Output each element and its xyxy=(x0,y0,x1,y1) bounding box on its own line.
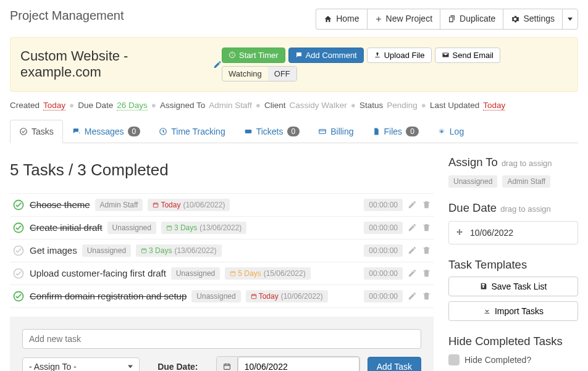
side-due-date[interactable]: 10/06/2022 xyxy=(448,221,578,244)
task-name: Create initial draft xyxy=(30,222,103,233)
messages-badge: 0 xyxy=(128,127,141,136)
updated-value: Today xyxy=(483,101,505,110)
task-due-pill: 3 Days (13/06/2022) xyxy=(161,222,246,234)
trash-icon[interactable] xyxy=(422,223,431,232)
svg-rect-9 xyxy=(167,226,172,230)
copy-icon xyxy=(448,15,456,23)
edit-icon[interactable] xyxy=(408,223,417,232)
assigned-value: Admin Staff xyxy=(209,101,252,110)
upload-icon xyxy=(374,51,381,59)
task-assignee-pill: Unassigned xyxy=(191,290,240,302)
task-timer: 00:00:00 xyxy=(364,290,403,302)
task-name: Choose theme xyxy=(30,199,90,210)
client-value: Cassidy Walker xyxy=(289,101,346,110)
files-badge: 0 xyxy=(406,127,419,136)
import-icon xyxy=(483,307,491,315)
clock-icon xyxy=(229,51,236,59)
send-email-button[interactable]: Send Email xyxy=(435,48,500,63)
watching-toggle[interactable]: Watching OFF xyxy=(222,66,297,81)
caret-down-icon xyxy=(568,17,573,22)
svg-rect-13 xyxy=(231,272,236,276)
edit-icon[interactable] xyxy=(408,246,417,255)
tab-billing[interactable]: Billing xyxy=(309,120,363,143)
tab-tickets[interactable]: Tickets 0 xyxy=(235,120,309,143)
new-project-button[interactable]: New Project xyxy=(367,9,440,30)
trash-icon[interactable] xyxy=(422,291,431,301)
svg-rect-7 xyxy=(154,203,159,207)
tasks-heading: 5 Tasks / 3 Completed xyxy=(10,160,434,180)
task-timer: 00:00:00 xyxy=(364,199,403,211)
trash-icon[interactable] xyxy=(422,246,431,255)
save-icon xyxy=(479,282,487,290)
assign-pill[interactable]: Admin Staff xyxy=(502,175,550,188)
tickets-badge: 0 xyxy=(287,127,300,136)
trash-icon[interactable] xyxy=(422,200,431,209)
project-header: Custom Website - example.com Start Timer… xyxy=(10,37,578,92)
tab-tasks[interactable]: Tasks xyxy=(10,120,63,143)
edit-icon[interactable] xyxy=(408,269,417,278)
task-row[interactable]: Upload customer-facing first draftUnassi… xyxy=(10,262,434,285)
start-timer-button[interactable]: Start Timer xyxy=(222,48,285,63)
task-list: Choose themeAdmin Staff Today (10/06/202… xyxy=(10,193,434,308)
settings-caret-button[interactable] xyxy=(562,9,578,30)
task-timer: 00:00:00 xyxy=(364,244,403,257)
home-button[interactable]: Home xyxy=(316,9,366,30)
edit-icon[interactable] xyxy=(213,60,222,69)
comments-icon xyxy=(72,127,81,136)
envelope-icon xyxy=(442,51,450,59)
task-check-icon[interactable] xyxy=(12,222,25,234)
tab-messages[interactable]: Messages 0 xyxy=(63,120,150,143)
project-title: Custom Website - example.com xyxy=(20,48,222,80)
import-tasks-button[interactable]: Import Tasks xyxy=(448,301,578,321)
svg-rect-3 xyxy=(245,130,251,133)
edit-icon[interactable] xyxy=(408,291,417,301)
templates-heading: Task Templates xyxy=(448,258,578,272)
gear-icon xyxy=(511,15,519,23)
svg-rect-16 xyxy=(224,364,230,370)
svg-rect-15 xyxy=(251,294,256,299)
due-date-label: Due Date: xyxy=(147,362,209,371)
top-button-group: Home New Project Duplicate Settings xyxy=(316,9,578,30)
new-task-input[interactable] xyxy=(22,329,421,349)
edit-icon[interactable] xyxy=(408,200,417,209)
task-check-icon[interactable] xyxy=(12,290,25,302)
assign-pill[interactable]: Unassigned xyxy=(448,175,497,188)
task-check-icon[interactable] xyxy=(12,244,25,257)
gear-icon xyxy=(437,127,446,136)
save-task-list-button[interactable]: Save Task List xyxy=(448,277,578,296)
due-date-input[interactable] xyxy=(216,356,360,371)
task-row[interactable]: Confirm domain registration and setupUna… xyxy=(10,285,434,308)
trash-icon[interactable] xyxy=(422,269,431,278)
assign-to-select[interactable]: - Assign To - xyxy=(22,357,140,371)
assign-to-heading: Assign To drag to assign xyxy=(448,156,578,169)
upload-file-button[interactable]: Upload File xyxy=(367,48,432,63)
checkbox-icon xyxy=(448,354,460,365)
tab-log[interactable]: Log xyxy=(428,120,473,143)
svg-point-1 xyxy=(20,128,27,135)
task-due-pill: Today (10/06/2022) xyxy=(246,290,328,302)
caret-down-icon xyxy=(128,364,133,369)
status-value: Pending xyxy=(387,101,418,110)
tab-time-tracking[interactable]: Time Tracking xyxy=(149,120,234,143)
task-check-icon[interactable] xyxy=(12,199,25,211)
add-comment-button[interactable]: Add Comment xyxy=(288,48,364,63)
task-due-pill: Today (10/06/2022) xyxy=(148,199,230,211)
comment-icon xyxy=(295,51,303,59)
task-check-icon[interactable] xyxy=(12,267,25,280)
clock-icon xyxy=(159,127,167,136)
task-row[interactable]: Choose themeAdmin Staff Today (10/06/202… xyxy=(10,194,434,217)
hide-completed-toggle[interactable]: Hide Completed? xyxy=(448,354,578,365)
task-row[interactable]: Create initial draftUnassigned 3 Days (1… xyxy=(10,217,434,240)
svg-rect-4 xyxy=(319,130,326,134)
card-icon xyxy=(318,127,327,136)
task-row[interactable]: Get imagesUnassigned 3 Days (13/06/2022)… xyxy=(10,240,434,262)
page-title: Project Management xyxy=(10,9,124,23)
duplicate-button[interactable]: Duplicate xyxy=(440,9,503,30)
tab-files[interactable]: Files 0 xyxy=(363,120,428,143)
plus-icon xyxy=(375,15,382,23)
task-name: Confirm domain registration and setup xyxy=(30,291,187,301)
tabs: Tasks Messages 0 Time Tracking Tickets 0… xyxy=(10,119,578,143)
add-task-button[interactable]: Add Task xyxy=(368,357,421,371)
settings-button[interactable]: Settings xyxy=(503,9,562,30)
svg-rect-11 xyxy=(141,249,146,253)
